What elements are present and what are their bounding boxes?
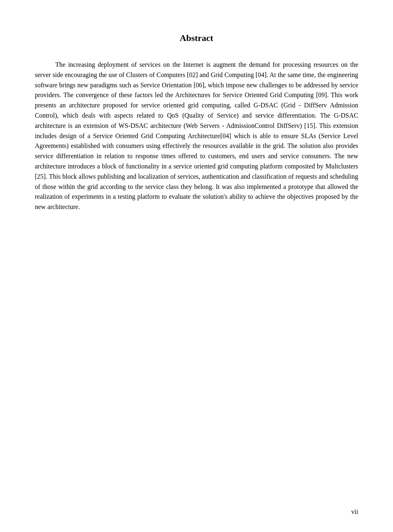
abstract-title: Abstract bbox=[35, 33, 358, 43]
abstract-body: The increasing deployment of services on… bbox=[35, 60, 358, 212]
page-number: vii bbox=[351, 508, 358, 516]
page: Abstract The increasing deployment of se… bbox=[0, 0, 393, 532]
abstract-paragraph-1: The increasing deployment of services on… bbox=[35, 60, 358, 212]
